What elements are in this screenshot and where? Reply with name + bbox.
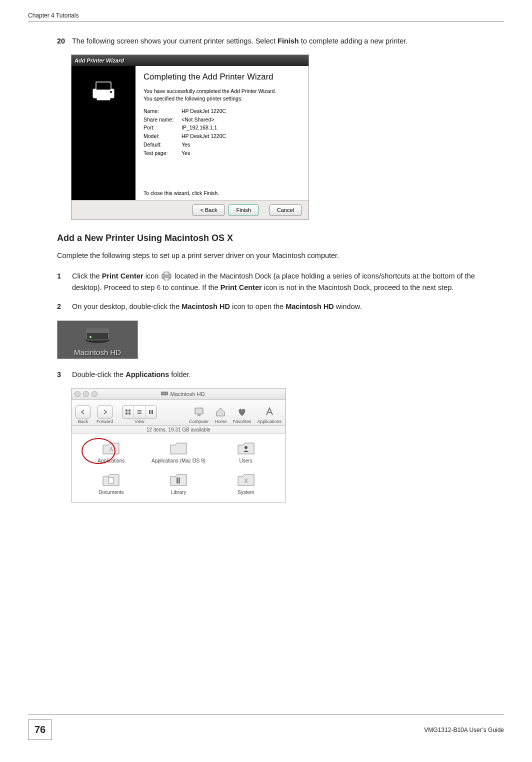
folder-icon: X [212,470,280,490]
print-center-icon [162,272,172,280]
wizard-button-bar: < Back Finish Cancel [72,200,308,220]
svg-rect-12 [126,410,128,412]
cancel-button[interactable]: Cancel [270,204,302,216]
svg-rect-27 [178,478,180,484]
step-number: 20 [57,36,72,46]
close-icon[interactable] [74,391,80,397]
folder-system[interactable]: X System [212,470,280,495]
minimize-icon[interactable] [83,391,89,397]
folder-icon [145,439,212,458]
add-printer-wizard-dialog: Add Printer Wizard Completing the Add Pr… [71,54,309,220]
chapter-label: Chapter 4 Tutorials [28,12,78,19]
svg-rect-1 [96,82,111,90]
wizard-titlebar: Add Printer Wizard [72,55,308,66]
wizard-note: You have successfully completed the Add … [144,88,302,102]
step-20: 20 The following screen shows your curre… [57,36,500,46]
folder-applications-os9[interactable]: Applications (Mac OS 9) [145,439,212,464]
svg-rect-5 [164,272,169,275]
step-1: 1 Click the Print Center icon located in… [57,270,500,293]
computer-button[interactable]: Computer [189,405,209,424]
applications-button[interactable]: Applications [257,405,282,424]
back-button[interactable]: < Back [192,204,224,216]
svg-rect-21 [195,408,203,414]
svg-point-24 [244,446,248,449]
svg-rect-11 [161,392,168,395]
folder-icon [78,470,145,490]
finder-window: Macintosh HD Back Forward [71,388,286,502]
svg-rect-25 [108,478,114,484]
wizard-heading: Completing the Add Printer Wizard [144,72,302,82]
zoom-icon[interactable] [92,391,98,397]
folder-applications[interactable]: A Applications [78,439,145,464]
svg-rect-9 [86,329,108,333]
svg-rect-15 [128,412,130,414]
step-number: 3 [57,369,72,380]
finder-status-bar: 12 items, 19.31 GB available [72,426,286,434]
svg-rect-14 [126,412,128,414]
finder-content: A Applications Applications (Mac OS 9) U… [72,434,286,502]
wizard-title: Add Printer Wizard [74,58,124,64]
folder-icon [145,470,212,490]
step-number: 2 [57,301,72,312]
step-3: 3 Double-click the Applications folder. [57,369,500,380]
step-text: The following screen shows your current … [72,36,500,46]
step-text: Click the Print Center icon located in t… [72,270,500,293]
svg-rect-22 [198,414,200,416]
view-switcher[interactable]: View [122,405,157,424]
macintosh-hd-desktop-icon: Macintosh HD [57,320,138,359]
folder-library[interactable]: Library [145,470,212,495]
macintosh-hd-label: Macintosh HD [58,348,138,356]
page-footer: 76 VMG1312-B10A User’s Guide [28,714,504,740]
folder-documents[interactable]: Documents [78,470,145,495]
svg-rect-26 [176,478,178,484]
favorites-button[interactable]: Favorites [232,405,251,424]
page-header: Chapter 4 Tutorials [28,12,504,22]
hard-drive-icon [84,337,112,346]
finder-toolbar: Back Forward View [72,400,286,426]
home-button[interactable]: Home [214,405,226,424]
svg-point-10 [90,336,92,338]
hard-drive-icon [161,391,168,397]
folder-users[interactable]: Users [212,439,280,464]
wizard-fields: Name:HP DeskJet 1220C Share name:<Not Sh… [144,107,302,158]
svg-rect-6 [164,278,169,280]
wizard-side-image [72,66,136,200]
svg-point-3 [110,91,112,93]
page-number: 76 [28,720,52,740]
svg-rect-2 [97,94,110,100]
step-text: Double-click the Applications folder. [72,369,500,380]
guide-label: VMG1312-B10A User’s Guide [60,726,504,734]
finder-window-title: Macintosh HD [170,391,204,397]
svg-rect-13 [128,410,130,412]
finder-titlebar: Macintosh HD [72,388,286,400]
svg-rect-19 [149,410,150,414]
section-title: Add a New Printer Using Macintosh OS X [57,233,500,244]
folder-icon [212,439,280,458]
step-number: 1 [57,270,72,293]
svg-text:X: X [244,478,248,484]
svg-rect-20 [152,410,153,414]
svg-text:A: A [109,445,114,452]
forward-button[interactable]: Forward [96,405,113,424]
window-controls[interactable] [74,391,98,397]
step-2: 2 On your desktop, double-click the Maci… [57,301,500,312]
printer-icon [90,77,117,103]
step-text: On your desktop, double-click the Macint… [72,301,500,312]
section-intro: Complete the following steps to set up a… [57,252,500,260]
finish-button[interactable]: Finish [228,204,258,216]
wizard-close-note: To close this wizard, click Finish. [144,190,302,196]
folder-icon: A [78,439,145,458]
back-button[interactable]: Back [76,405,90,424]
